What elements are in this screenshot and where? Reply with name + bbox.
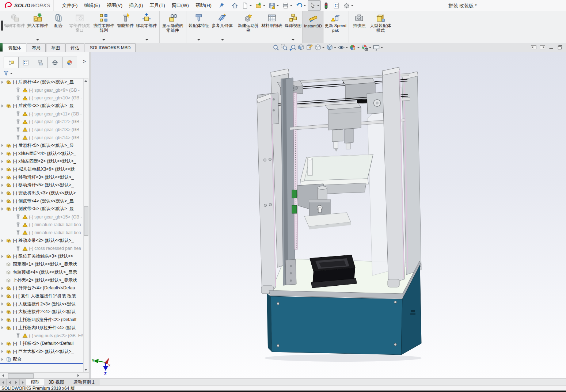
expand-arrow-icon[interactable] <box>1 239 5 242</box>
commandmanager-tab[interactable]: SOLIDWORKS MBD <box>85 43 136 52</box>
expand-arrow-icon[interactable] <box>1 208 5 210</box>
expand-arrow-icon[interactable] <box>1 191 5 194</box>
command-button[interactable]: 新建运动算例 <box>236 11 261 43</box>
tree-item[interactable]: 上外壳<2> (默认<<默认>_显示状 <box>0 276 83 284</box>
save-button[interactable] <box>267 0 280 11</box>
new-document-button[interactable] <box>240 0 253 11</box>
tree-item[interactable]: (-) spur gear_gb<15> (GB - <box>0 213 83 221</box>
expand-arrow-icon[interactable] <box>1 144 5 147</box>
expand-arrow-icon[interactable] <box>1 81 5 84</box>
dropdown-caret-icon[interactable] <box>145 39 148 42</box>
annotation-view-button[interactable] <box>305 43 314 52</box>
dropdown-caret-icon[interactable] <box>197 39 200 42</box>
document-tab[interactable]: 运动算例 1 <box>69 379 99 386</box>
expand-arrow-icon[interactable] <box>1 302 5 305</box>
dropdown-caret-icon[interactable] <box>357 47 360 49</box>
dropdown-caret-icon[interactable] <box>277 5 279 7</box>
tree-item[interactable]: (-) 移动滑杆<3> (默认<<默认>_ <box>0 173 83 181</box>
tree-item[interactable]: (-) spur gear_gb<14> (GB - <box>0 134 83 142</box>
command-button[interactable]: 编辑零部件 <box>3 11 26 43</box>
menu-item[interactable]: 编辑(E) <box>81 0 103 11</box>
dropdown-caret-icon[interactable] <box>250 5 252 7</box>
menu-item[interactable]: 帮助(H) <box>192 0 215 11</box>
expand-arrow-icon[interactable] <box>1 311 5 313</box>
expand-arrow-icon[interactable] <box>1 160 5 163</box>
expand-arrow-icon[interactable] <box>1 152 5 155</box>
view-orientation-button[interactable] <box>314 43 325 52</box>
expand-arrow-icon[interactable] <box>1 287 5 290</box>
command-button[interactable]: 爆炸视图 <box>284 11 303 43</box>
command-button[interactable]: 大型装配体模式 <box>368 11 392 43</box>
open-button[interactable] <box>254 0 267 11</box>
expand-arrow-icon[interactable] <box>1 318 5 321</box>
command-button[interactable]: 智能扣件 <box>116 11 135 43</box>
next-tab-button[interactable] <box>13 379 20 386</box>
tree-item[interactable]: (-) spur gear_gb<12> (GB - <box>0 118 83 126</box>
command-button[interactable]: 装配体特征 <box>187 11 211 43</box>
tree-item[interactable]: (-) 大板连接件2<4> (默认<<默认 <box>0 308 83 316</box>
dropdown-caret-icon[interactable] <box>351 5 353 7</box>
command-button[interactable]: 显示隐藏的零部件 <box>161 11 186 43</box>
display-style-button[interactable] <box>326 43 337 52</box>
edit-appearance-button[interactable] <box>349 43 360 52</box>
filter-caret-icon[interactable] <box>10 73 12 75</box>
tree-item[interactable]: (-) 上托板<3> (Default<<Defaul <box>0 340 83 348</box>
tree-vertical-scrollbar[interactable] <box>83 78 88 373</box>
pin-toolbar-button[interactable] <box>219 3 225 9</box>
dropdown-caret-icon[interactable] <box>292 39 295 42</box>
view-settings-button[interactable] <box>372 43 384 52</box>
dropdown-caret-icon[interactable] <box>221 39 224 42</box>
tree-item[interactable]: (-) miniature radial ball bea <box>0 229 83 237</box>
command-button[interactable]: 材料明细表 <box>261 11 284 43</box>
zoom-to-fit-button[interactable] <box>272 43 280 52</box>
menu-item[interactable]: 工具(T) <box>146 0 168 11</box>
expand-arrow-icon[interactable] <box>1 168 5 171</box>
expand-arrow-icon[interactable] <box>1 184 5 187</box>
dropdown-caret-icon[interactable] <box>304 5 306 7</box>
tree-item[interactable]: (-) spur gear_gb<10> (GB - <box>0 94 83 102</box>
home-button[interactable] <box>230 0 240 11</box>
tree-item[interactable]: (-) 升降台2<4> (Default<<Defau <box>0 284 83 292</box>
document-tab[interactable]: 模型 <box>26 379 44 386</box>
first-tab-button[interactable] <box>0 379 7 386</box>
commandmanager-tab[interactable]: 评估 <box>65 43 84 52</box>
panel-tabs-overflow-button[interactable]: > <box>83 58 86 64</box>
configurationmanager-tab[interactable] <box>33 57 48 68</box>
dimxpertmanager-tab[interactable] <box>48 57 62 68</box>
command-button[interactable]: 配合 <box>49 11 68 43</box>
z-axis-rail[interactable] <box>281 78 298 285</box>
scroll-right-button[interactable] <box>76 373 81 378</box>
featuremanager-tree-tab[interactable] <box>4 57 19 68</box>
undo-button[interactable] <box>294 0 307 11</box>
expand-arrow-icon[interactable] <box>1 104 5 107</box>
tree-item[interactable]: (-) 限位开关接触头<3> (默认<< <box>0 252 83 260</box>
displaymanager-tab[interactable] <box>62 57 77 68</box>
options-button[interactable] <box>342 0 355 11</box>
tree-item[interactable]: (-) x轴左固定<2> (默认<<默认>_ <box>0 157 83 165</box>
tree-item[interactable]: (-) [ 复件 大板连接件1^拼装 改装 <box>0 292 83 300</box>
tree-item[interactable]: (-) 移动滑杆<5> (默认<<默认>_ <box>0 181 83 189</box>
tree-item[interactable]: 包装顶板<4> (默认<<默认>_显示 <box>0 269 83 277</box>
collapse-right-pane-button[interactable] <box>539 44 546 50</box>
scroll-left-button[interactable] <box>0 373 5 378</box>
menu-item[interactable]: 窗口(W) <box>168 0 192 11</box>
expand-arrow-icon[interactable] <box>1 342 5 345</box>
print-button[interactable] <box>281 0 294 11</box>
rebuild-button[interactable] <box>321 0 331 11</box>
dropdown-caret-icon[interactable] <box>346 47 348 49</box>
restore-document-button[interactable] <box>557 44 563 50</box>
apply-scene-button[interactable] <box>361 43 372 52</box>
expand-arrow-icon[interactable] <box>1 176 5 179</box>
command-button[interactable]: 更新 Speedpak <box>323 11 349 43</box>
dropdown-caret-icon[interactable] <box>102 39 105 42</box>
dropdown-caret-icon[interactable] <box>263 5 265 7</box>
tree-item[interactable]: 配合 <box>0 355 83 364</box>
dropdown-caret-icon[interactable] <box>369 47 371 49</box>
command-button[interactable]: 零部件预览窗口 <box>68 11 92 43</box>
select-button[interactable] <box>308 0 321 11</box>
command-button[interactable]: 线性零部件阵列 <box>92 11 116 43</box>
menu-item[interactable]: 视图(V) <box>103 0 126 11</box>
dropdown-caret-icon[interactable] <box>36 39 39 42</box>
tree-item[interactable]: (-) 侧皮带<4> (默认<<默认>_显 <box>0 197 83 205</box>
tree-item[interactable]: (-) 后皮带<3> (默认<<默认>_显 <box>0 102 83 110</box>
